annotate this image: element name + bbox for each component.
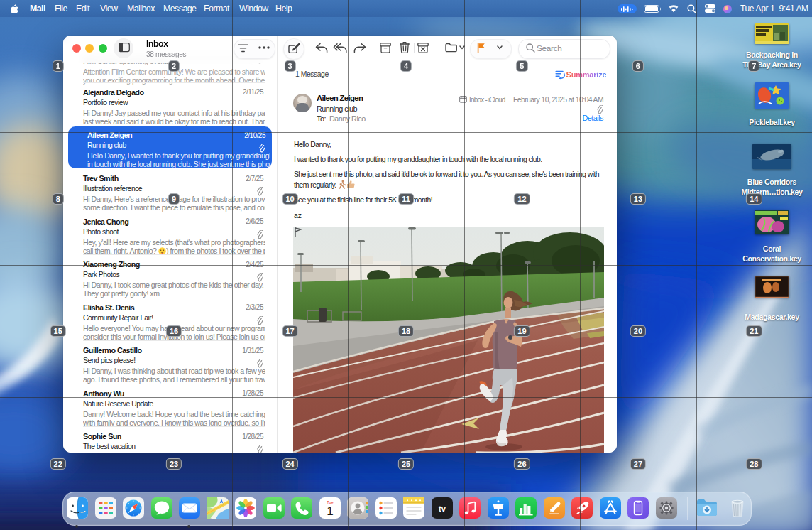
svg-text:1: 1	[327, 504, 333, 518]
svg-text:tv: tv	[439, 504, 446, 513]
